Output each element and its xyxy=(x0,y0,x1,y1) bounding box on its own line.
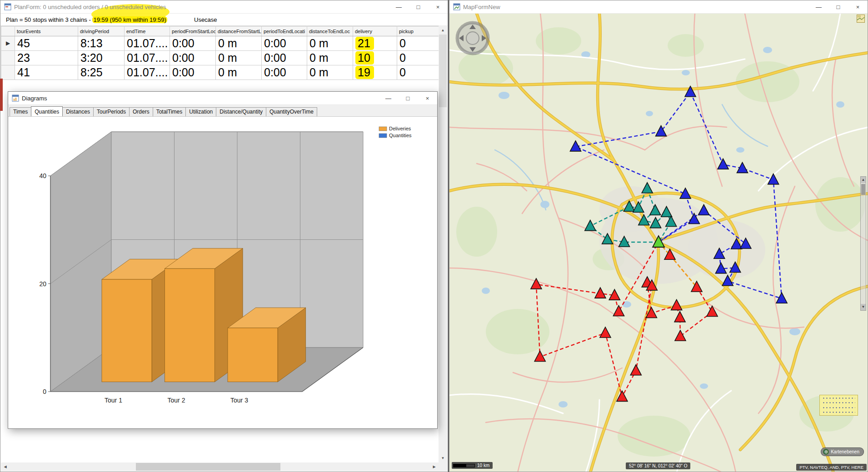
mapform-titlebar[interactable]: MapFormNew — □ × xyxy=(449,0,868,14)
tab-tourperiods[interactable]: TourPeriods xyxy=(93,107,130,116)
chart-legend: DeliveriesQuantities xyxy=(379,126,412,138)
diagrams-close-button[interactable]: × xyxy=(418,92,437,105)
map-scale-bar: 10 km xyxy=(452,462,493,469)
zoom-down-button[interactable]: ▼ xyxy=(861,304,866,310)
scale-rule xyxy=(453,464,475,467)
grid-column-header-drivingPeriod[interactable]: drivingPeriod xyxy=(78,26,125,36)
map-overview-button[interactable] xyxy=(857,15,865,23)
map-pan-compass[interactable] xyxy=(454,19,492,57)
tab-totaltimes[interactable]: TotalTimes xyxy=(153,107,186,116)
legend-dots-row xyxy=(822,407,855,409)
diagrams-titlebar[interactable]: Diagrams — □ × xyxy=(8,92,437,105)
grid-cell[interactable]: 0 m xyxy=(216,36,262,51)
planform-horizontal-scrollbar[interactable]: ◀ ▶ xyxy=(1,462,447,471)
mapform-title: MapFormNew xyxy=(463,4,500,10)
table-row: 233:2001.07....0:000 m0:000 m100 xyxy=(1,51,439,65)
grid-cell[interactable]: 19 xyxy=(353,65,397,80)
compass-center[interactable] xyxy=(466,32,479,45)
grid-row-header[interactable]: ▶ xyxy=(1,36,15,51)
grid-row-header[interactable] xyxy=(1,51,15,65)
grid-row-header[interactable] xyxy=(1,65,15,80)
map-canvas-svg[interactable] xyxy=(449,14,868,472)
grid-cell[interactable]: 0 m xyxy=(307,36,353,51)
grid-cell[interactable]: 45 xyxy=(15,36,78,51)
planform-close-button[interactable]: × xyxy=(428,0,448,14)
mapform-close-button[interactable]: × xyxy=(848,0,868,14)
quantities-chart: 02040Tour 1Tour 2Tour 3DeliveriesQuantit… xyxy=(8,117,437,428)
grid-cell[interactable]: 0:00 xyxy=(170,36,216,51)
mapform-app-icon xyxy=(453,3,460,10)
grid-cell[interactable]: 21 xyxy=(353,36,397,51)
zoom-up-button[interactable]: ▲ xyxy=(861,177,866,183)
legend-label: Deliveries xyxy=(389,126,411,131)
grid-cell[interactable]: 01.07.... xyxy=(125,51,170,65)
diagrams-minimize-button[interactable]: — xyxy=(379,92,398,105)
grid-cell[interactable]: 8:25 xyxy=(78,65,125,80)
grid-cell[interactable]: 10 xyxy=(353,51,397,65)
map-mini-legend xyxy=(819,395,858,416)
grid-cell[interactable]: 0:00 xyxy=(170,51,216,65)
grid-cell[interactable]: 0:00 xyxy=(262,36,307,51)
grid-column-header-distanceToEndLoc[interactable]: distanceToEndLoc xyxy=(307,26,353,36)
map-layers-button[interactable]: ⊕ Kartenebenen xyxy=(821,447,864,456)
hscroll-thumb[interactable] xyxy=(136,463,280,471)
planform-titlebar[interactable]: PlanForm: 0 unscheduled orders / 0 unsch… xyxy=(0,0,448,14)
grid-cell[interactable]: 3:20 xyxy=(78,51,125,65)
grid-cell[interactable]: 0 m xyxy=(307,65,353,80)
plan-text-prefix: Plan = 50 stops within 3 chains - xyxy=(6,16,92,23)
grid-column-header-tourEvents[interactable]: tourEvents xyxy=(15,26,78,36)
table-row: 418:2501.07....0:000 m0:000 m190 xyxy=(1,65,439,80)
legend-swatch xyxy=(379,134,387,138)
diagrams-maximize-button[interactable]: □ xyxy=(398,92,418,105)
mapform-minimize-button[interactable]: — xyxy=(809,0,828,14)
grid-column-header-endTime[interactable]: endTime xyxy=(125,26,170,36)
zoom-thumb[interactable] xyxy=(861,184,865,195)
scroll-right-button[interactable]: ▶ xyxy=(430,462,439,471)
tab-utilization[interactable]: Utilization xyxy=(185,107,216,116)
grid-cell[interactable]: 8:13 xyxy=(78,36,125,51)
tab-distances[interactable]: Distances xyxy=(62,107,94,116)
scrollbar-corner xyxy=(439,462,447,471)
tab-quantityovertime[interactable]: QuantityOverTime xyxy=(266,107,317,116)
grid-cell[interactable]: 0:00 xyxy=(170,65,216,80)
grid-cell[interactable]: 0 m xyxy=(216,51,262,65)
grid-cell[interactable]: 01.07.... xyxy=(125,36,170,51)
grid-column-header-periodToEndLocati[interactable]: periodToEndLocati xyxy=(262,26,307,36)
scroll-down-button[interactable]: ▼ xyxy=(439,454,447,462)
mapform-maximize-button[interactable]: □ xyxy=(828,0,848,14)
grid-column-header-distanceFromStartL[interactable]: distanceFromStartL xyxy=(216,26,262,36)
diagrams-title: Diagrams xyxy=(22,95,47,102)
planform-vertical-scrollbar[interactable]: ▲ ▼ xyxy=(439,26,447,462)
tab-orders[interactable]: Orders xyxy=(129,107,153,116)
map-zoom-scrollbar[interactable]: ▲ ▼ xyxy=(860,176,866,311)
grid-cell[interactable]: 41 xyxy=(15,65,78,80)
grid-corner-header[interactable] xyxy=(1,26,15,36)
grid-cell[interactable]: 0:00 xyxy=(262,51,307,65)
grid-cell[interactable]: 0 m xyxy=(307,51,353,65)
grid-column-header-periodFromStartLoc[interactable]: periodFromStartLoc xyxy=(170,26,216,36)
tab-distance-quantity[interactable]: Distance/Quantity xyxy=(216,107,266,116)
tab-times[interactable]: Times xyxy=(10,107,31,116)
vscroll-thumb[interactable] xyxy=(439,35,447,107)
planform-minimize-button[interactable]: — xyxy=(389,0,409,14)
x-category-label: Tour 2 xyxy=(168,397,185,404)
grid-cell[interactable]: 0 xyxy=(397,36,439,51)
scroll-left-button[interactable]: ◀ xyxy=(1,462,10,471)
grid-cell[interactable]: 0 xyxy=(397,51,439,65)
grid-column-header-delivery[interactable]: delivery xyxy=(353,26,397,36)
grid-cell[interactable]: 0 xyxy=(397,65,439,80)
grid-cell[interactable]: 0 m xyxy=(216,65,262,80)
planform-maximize-button[interactable]: □ xyxy=(409,0,428,14)
grid-column-header-pickup[interactable]: pickup xyxy=(397,26,439,36)
scroll-up-button[interactable]: ▲ xyxy=(439,26,447,35)
grid-header-row: tourEventsdrivingPeriodendTimeperiodFrom… xyxy=(1,26,439,36)
grid-cell[interactable]: 23 xyxy=(15,51,78,65)
planform-app-icon xyxy=(4,3,11,10)
diagrams-window: Diagrams — □ × TimesQuantitiesDistancesT… xyxy=(8,91,438,429)
planform-title: PlanForm: 0 unscheduled orders / 0 unsch… xyxy=(14,4,166,10)
grid-cell[interactable]: 0:00 xyxy=(262,65,307,80)
tab-quantities[interactable]: Quantities xyxy=(31,106,63,116)
grid-cell[interactable]: 01.07.... xyxy=(125,65,170,80)
legend-dots-row xyxy=(822,397,855,399)
map-canvas[interactable]: ▲ ▼ 10 km 52° 08' 16" N, 012° 02' 40" O … xyxy=(449,14,868,472)
